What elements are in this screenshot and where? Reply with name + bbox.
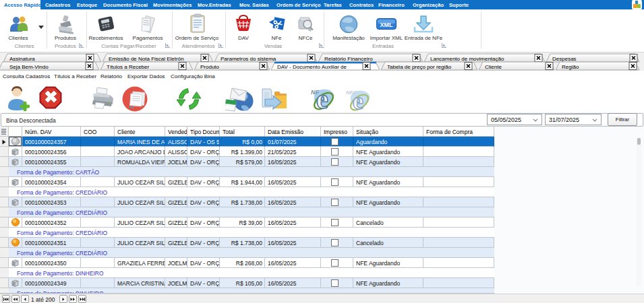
svg-text:XML: XML (380, 22, 394, 28)
svg-text:Região: Região (562, 64, 579, 70)
svg-text:Parametros do sistema: Parametros do sistema (221, 56, 276, 62)
svg-text:Cliente: Cliente (485, 64, 502, 70)
svg-text:Tabela de preço por região: Tabela de preço por região (387, 64, 452, 70)
svg-text:Lancamento de movimentação: Lancamento de movimentação (430, 56, 504, 62)
svg-text:e: e (316, 86, 328, 113)
svg-text:Despesas: Despesas (552, 56, 577, 62)
svg-text:Seja Bem-Vindo: Seja Bem-Vindo (9, 64, 49, 70)
svg-text:Relatório Financeiro: Relatório Financeiro (324, 56, 373, 62)
svg-text:Títulos a Receber: Títulos a Receber (107, 64, 149, 70)
svg-text:Emissão de Nota Fiscal Eletrôn: Emissão de Nota Fiscal Eletrôn (109, 56, 184, 62)
svg-text:Produto: Produto (200, 64, 220, 70)
svg-text:DAV - Documento Auxiliar de: DAV - Documento Auxiliar de (277, 64, 347, 70)
svg-text:e: e (353, 88, 363, 113)
svg-text:Assinatura: Assinatura (9, 56, 35, 62)
